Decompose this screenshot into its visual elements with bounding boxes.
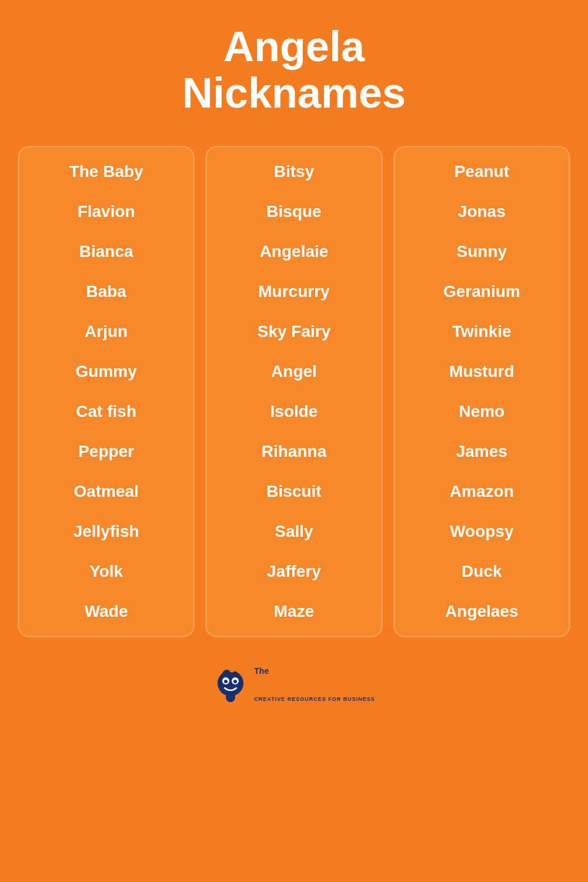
nickname-item: Flavion xyxy=(21,192,192,232)
nickname-item: Rihanna xyxy=(208,432,379,472)
nickname-item: Cat fish xyxy=(21,392,192,432)
brand-text: The BrandBoy CREATIVE RESOURCES FOR BUSI… xyxy=(254,667,375,702)
brandboy-icon xyxy=(213,667,248,702)
nickname-item: Woopsy xyxy=(396,512,567,552)
nickname-item: Angelaie xyxy=(208,232,379,272)
nickname-item: The Baby xyxy=(21,152,192,192)
nickname-item: Oatmeal xyxy=(21,472,192,512)
nickname-item: Angel xyxy=(208,352,379,392)
nickname-item: Murcurry xyxy=(208,272,379,312)
nickname-item: Jaffery xyxy=(208,552,379,592)
nickname-item: Jonas xyxy=(396,192,567,232)
column-3: PeanutJonasSunnyGeraniumTwinkieMusturdNe… xyxy=(393,146,570,637)
nickname-item: Jellyfish xyxy=(21,512,192,552)
nickname-item: Twinkie xyxy=(396,312,567,352)
svg-point-5 xyxy=(226,693,235,702)
column-1: The BabyFlavionBiancaBabaArjunGummyCat f… xyxy=(18,146,195,637)
brand-logo: The BrandBoy CREATIVE RESOURCES FOR BUSI… xyxy=(213,667,375,702)
nickname-item: Isolde xyxy=(208,392,379,432)
nickname-item: Sky Fairy xyxy=(208,312,379,352)
page-title: Angela Nicknames xyxy=(182,24,406,116)
nickname-item: Nemo xyxy=(396,392,567,432)
nickname-item: Yolk xyxy=(21,552,192,592)
nickname-item: Biscuit xyxy=(208,472,379,512)
nickname-item: Amazon xyxy=(396,472,567,512)
nickname-item: Maze xyxy=(208,592,379,632)
nickname-item: Musturd xyxy=(396,352,567,392)
nickname-item: Pepper xyxy=(21,432,192,472)
svg-point-3 xyxy=(224,680,228,683)
nickname-item: Angelaes xyxy=(396,592,567,632)
nickname-item: Wade xyxy=(21,592,192,632)
nickname-item: Sunny xyxy=(396,232,567,272)
svg-point-0 xyxy=(218,670,243,696)
column-2: BitsyBisqueAngelaieMurcurrySky FairyAnge… xyxy=(205,146,382,637)
nickname-item: Bisque xyxy=(208,192,379,232)
nickname-item: James xyxy=(396,432,567,472)
nickname-item: Baba xyxy=(21,272,192,312)
nickname-item: Geranium xyxy=(396,272,567,312)
nickname-item: Sally xyxy=(208,512,379,552)
nickname-item: Bianca xyxy=(21,232,192,272)
nicknames-grid: The BabyFlavionBiancaBabaArjunGummyCat f… xyxy=(18,146,570,637)
svg-point-4 xyxy=(233,680,237,683)
nickname-item: Arjun xyxy=(21,312,192,352)
nickname-item: Duck xyxy=(396,552,567,592)
nickname-item: Gummy xyxy=(21,352,192,392)
nickname-item: Bitsy xyxy=(208,152,379,192)
nickname-item: Peanut xyxy=(396,152,567,192)
